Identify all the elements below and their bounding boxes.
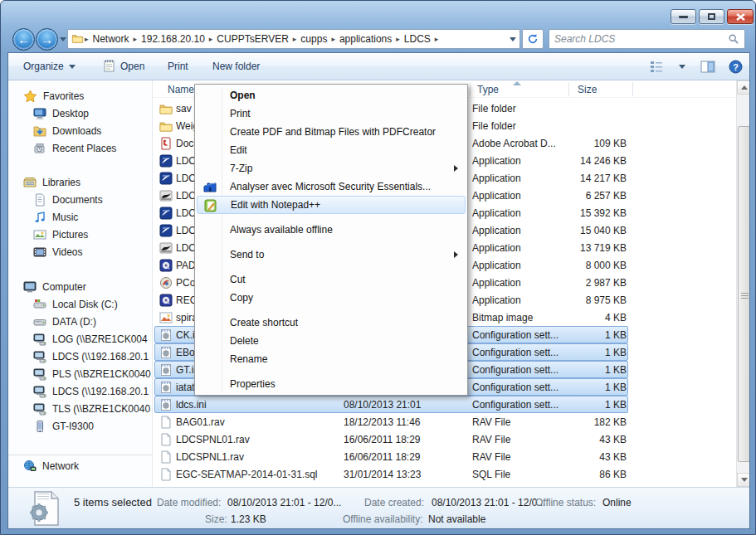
sidebar-section-network[interactable]: Network (8, 457, 152, 474)
organize-dropdown-icon (69, 65, 76, 69)
change-view-button[interactable] (644, 53, 669, 80)
sidebar-item-label: Videos (52, 246, 82, 258)
breadcrumb-segment[interactable]: applications (336, 33, 395, 45)
file-date-cell: 16/06/2011 18:29 (344, 448, 443, 465)
open-button[interactable]: Open (98, 53, 149, 80)
sidebar-item-label: LDCS (\\192.168.20.1 (52, 386, 149, 397)
selected-files-icon (25, 489, 65, 528)
menu-item-delete[interactable]: Delete (197, 332, 466, 350)
sidebar-item-music[interactable]: Music (8, 208, 152, 226)
back-button[interactable]: ← (12, 28, 35, 51)
address-dropdown-icon[interactable] (510, 37, 516, 41)
sidebar-item-ldcs-192-168-20-1[interactable]: LDCS (\\192.168.20.1 (8, 382, 152, 400)
menu-separator (225, 307, 466, 314)
menu-item-analyser-avec-microsoft-security-essentials[interactable]: Analyser avec Microsoft Security Essenti… (197, 178, 466, 196)
sidebar-item-documents[interactable]: Documents (8, 191, 152, 208)
menu-item-send-to[interactable]: Send to (197, 246, 466, 264)
sidebar-section-libraries[interactable]: Libraries (8, 173, 152, 191)
menu-item-print[interactable]: Print (197, 105, 466, 123)
minimize-button[interactable] (671, 9, 696, 24)
help-button[interactable]: ? (724, 53, 748, 80)
preview-pane-button[interactable] (695, 53, 720, 80)
sidebar-item-videos[interactable]: Videos (8, 243, 152, 260)
menu-item-open[interactable]: Open (197, 86, 466, 105)
menu-item-edit-with-notepad[interactable]: Edit with Notepad++ (197, 196, 466, 214)
context-menu: OpenPrintCreate PDF and Bitmap Files wit… (194, 84, 468, 396)
size-label: Size: (205, 513, 227, 525)
menu-item-copy[interactable]: Copy (197, 289, 466, 307)
file-row[interactable]: EGC-SEATMAP-2014-01-31.sql31/01/2014 13:… (153, 465, 736, 483)
menu-item-create-pdf-and-bitmap-files-with-pdfcreator[interactable]: Create PDF and Bitmap Files with PDFCrea… (197, 123, 466, 141)
menu-item-edit[interactable]: Edit (197, 141, 466, 159)
network-drive-icon (33, 350, 46, 363)
menu-item-7-zip[interactable]: 7-Zip (197, 159, 466, 178)
scroll-up-button[interactable] (737, 80, 749, 95)
menu-item-rename[interactable]: Rename (197, 350, 466, 368)
sidebar-item-tls-bzre1ck0040[interactable]: TLS (\\BZRE1CK0040 (8, 400, 152, 417)
file-size-cell: 86 KB (534, 465, 627, 483)
sidebar-item-pictures[interactable]: Pictures (8, 226, 152, 243)
sidebar-divider (8, 455, 152, 455)
sidebar-item-desktop[interactable]: Desktop (8, 105, 152, 122)
file-icon-cell (159, 169, 173, 187)
sidebar-section-favorites[interactable]: Favorites (8, 87, 152, 105)
sidebar-item-local-disk-c[interactable]: Local Disk (C:) (8, 295, 152, 313)
file-type-icon (159, 311, 173, 324)
file-row[interactable]: ldcs.ini08/10/2013 21:01Configuration se… (153, 396, 736, 413)
sidebar-item-log-bzre1ck004[interactable]: LOG (\\BZRE1CK004 (8, 330, 152, 348)
close-button[interactable] (727, 9, 754, 24)
libraries-icon (23, 176, 37, 189)
sidebar-item-recent-places[interactable]: Recent Places (8, 139, 152, 157)
sidebar-item-label: Downloads (52, 125, 101, 137)
file-row[interactable]: LDCSPNL01.rav16/06/2011 18:29RAV File43 … (153, 430, 736, 448)
file-size-cell: 109 KB (534, 134, 627, 152)
file-row[interactable]: LDCSPNL1.rav16/06/2011 18:29RAV File43 K… (153, 448, 736, 465)
file-icon-cell (159, 239, 173, 256)
views-dropdown-icon[interactable] (674, 53, 690, 80)
new-folder-label: New folder (212, 61, 260, 72)
sidebar-item-pls-bzre1ck0040[interactable]: PLS (\\BZRE1CK0040 (8, 365, 152, 382)
sidebar-item-label: Music (52, 212, 78, 223)
menu-item-label: Edit with Notepad++ (231, 199, 320, 211)
sidebar-item-gt-i9300[interactable]: GT-I9300 (8, 417, 152, 435)
file-size-cell: 43 KB (534, 430, 627, 448)
breadcrumb-separator: ▸ (434, 35, 440, 43)
sidebar-item-ldcs-192-168-20-1[interactable]: LDCS (\\192.168.20.1 (8, 348, 152, 365)
sidebar-item-downloads[interactable]: Downloads (8, 122, 152, 139)
breadcrumb-segment[interactable]: 192.168.20.10 (138, 33, 208, 45)
notepad-icon (103, 59, 115, 75)
refresh-button[interactable] (522, 29, 544, 49)
forward-button[interactable]: → (36, 28, 58, 51)
menu-item-always-available-offline[interactable]: Always available offline (197, 221, 466, 239)
breadcrumb-segment[interactable]: Network (90, 33, 133, 45)
search-box[interactable] (549, 29, 745, 49)
file-name-cell: LDCSPNL1.rav (176, 448, 342, 465)
menu-item-cut[interactable]: Cut (197, 270, 466, 289)
scrollbar-thumb[interactable] (738, 126, 749, 462)
column-header-type[interactable]: Type (472, 80, 570, 98)
breadcrumb-segment[interactable]: LDCS (401, 33, 434, 45)
column-header-size[interactable]: Size (573, 80, 631, 98)
breadcrumb-segment[interactable]: cupps (297, 33, 330, 45)
history-dropdown-icon[interactable] (60, 37, 66, 41)
menu-item-create-shortcut[interactable]: Create shortcut (197, 314, 466, 332)
maximize-button[interactable] (699, 9, 724, 24)
new-folder-button[interactable]: New folder (207, 53, 265, 80)
print-button[interactable]: Print (163, 53, 193, 80)
vertical-scrollbar[interactable] (736, 80, 749, 487)
sidebar-section-computer[interactable]: Computer (8, 278, 152, 295)
sidebar-item-data-d[interactable]: DATA (D:) (8, 313, 152, 330)
date-created-value: 08/10/2013 21:01 - 12/0... (432, 497, 545, 508)
date-modified-value: 08/10/2013 21:01 - 12/0... (227, 497, 341, 508)
menu-item-label: Cut (230, 274, 246, 285)
scroll-down-button[interactable] (737, 473, 749, 487)
file-icon-cell (159, 134, 173, 152)
downloads-icon (33, 124, 46, 138)
search-icon[interactable] (728, 33, 739, 45)
organize-button[interactable]: Organize (18, 53, 80, 80)
menu-item-properties[interactable]: Properties (197, 375, 466, 393)
address-bar[interactable]: ▸Network▸192.168.20.10▸CUPPTsERVER▸cupps… (67, 29, 520, 49)
search-input[interactable] (554, 33, 728, 45)
breadcrumb-segment[interactable]: CUPPTsERVER (213, 33, 291, 45)
file-row[interactable]: BAG01.rav18/12/2013 11:46RAV File182 KB (153, 413, 736, 430)
